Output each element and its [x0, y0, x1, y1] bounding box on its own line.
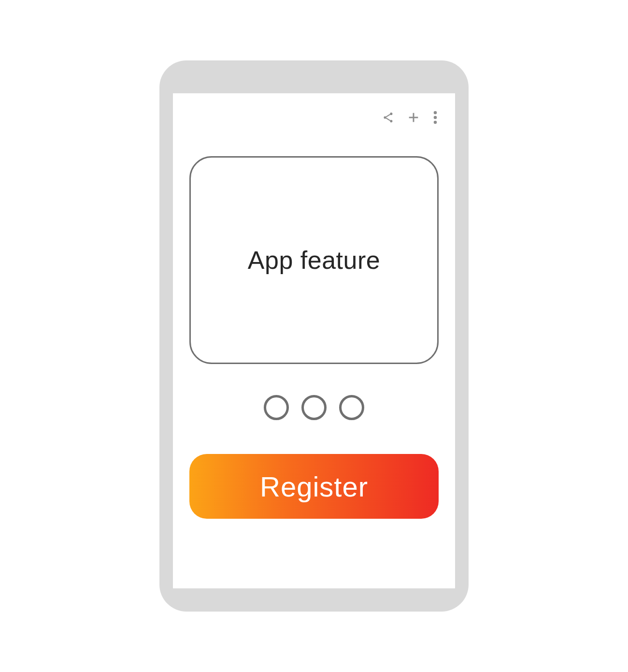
- svg-point-2: [390, 120, 392, 122]
- phone-frame: App feature Register: [159, 60, 469, 612]
- app-screen: App feature Register: [173, 93, 455, 588]
- svg-point-9: [434, 121, 437, 124]
- svg-line-4: [386, 118, 390, 120]
- svg-point-1: [390, 113, 392, 115]
- feature-label: App feature: [248, 246, 380, 275]
- pager-dot-1[interactable]: [264, 395, 289, 420]
- feature-card[interactable]: App feature: [189, 156, 439, 364]
- share-icon[interactable]: [382, 111, 395, 124]
- more-vertical-icon[interactable]: [432, 110, 439, 125]
- pager-dot-3[interactable]: [339, 395, 364, 420]
- svg-point-7: [434, 111, 437, 115]
- carousel-pager: [189, 395, 439, 420]
- top-bar: [189, 106, 439, 129]
- register-button[interactable]: Register: [189, 454, 439, 519]
- plus-icon[interactable]: [407, 111, 420, 124]
- svg-point-8: [434, 116, 437, 119]
- pager-dot-2[interactable]: [301, 395, 327, 420]
- svg-line-3: [386, 115, 390, 117]
